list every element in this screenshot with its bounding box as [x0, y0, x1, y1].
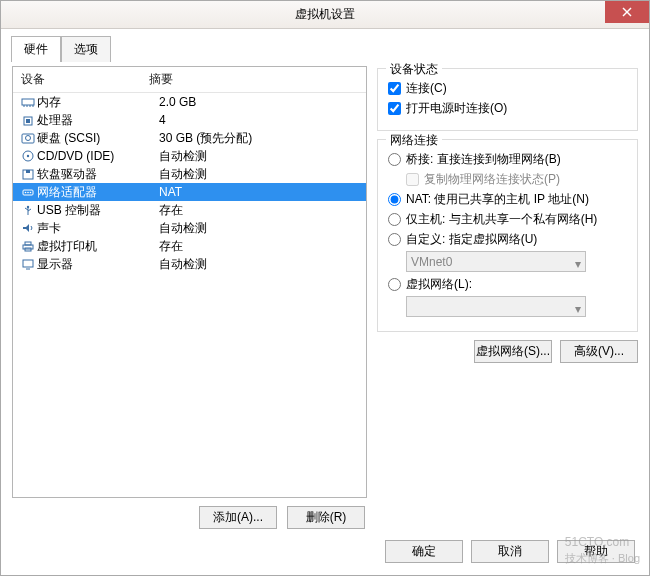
device-status-legend: 设备状态 — [386, 61, 442, 78]
hostonly-label: 仅主机: 与主机共享一个私有网络(H) — [406, 211, 597, 228]
svg-point-17 — [27, 192, 29, 194]
cd-icon — [19, 150, 37, 162]
hostonly-input[interactable] — [388, 213, 401, 226]
device-list[interactable]: 设备 摘要 内存2.0 GB处理器4硬盘 (SCSI)30 GB (预先分配)C… — [12, 66, 367, 498]
device-row-sound[interactable]: 声卡自动检测 — [13, 219, 366, 237]
poweron-input[interactable] — [388, 102, 401, 115]
device-summary: NAT — [159, 185, 182, 199]
lanseg-dropdown: ▾ — [406, 296, 586, 317]
custom-label: 自定义: 指定虚拟网络(U) — [406, 231, 537, 248]
hostonly-radio[interactable]: 仅主机: 与主机共享一个私有网络(H) — [388, 211, 627, 228]
device-summary: 自动检测 — [159, 220, 207, 237]
connected-label: 连接(C) — [406, 80, 447, 97]
nat-radio[interactable]: NAT: 使用已共享的主机 IP 地址(N) — [388, 191, 627, 208]
device-name: CD/DVD (IDE) — [37, 149, 159, 163]
device-name: 软盘驱动器 — [37, 166, 159, 183]
custom-radio[interactable]: 自定义: 指定虚拟网络(U) — [388, 231, 627, 248]
device-row-net[interactable]: 网络适配器NAT — [13, 183, 366, 201]
device-list-header: 设备 摘要 — [13, 67, 366, 93]
header-summary: 摘要 — [149, 71, 173, 88]
device-name: 内存 — [37, 94, 159, 111]
cpu-icon — [19, 114, 37, 126]
display-icon — [19, 258, 37, 270]
svg-rect-24 — [25, 242, 31, 245]
close-button[interactable] — [605, 1, 649, 23]
device-summary: 存在 — [159, 202, 183, 219]
usb-icon — [19, 204, 37, 216]
lan-segments-button[interactable]: 虚拟网络(S)... — [474, 340, 552, 363]
window-title: 虚拟机设置 — [295, 6, 355, 23]
lanseg-input[interactable] — [388, 278, 401, 291]
cancel-button[interactable]: 取消 — [471, 540, 549, 563]
device-summary: 自动检测 — [159, 148, 207, 165]
svg-point-12 — [27, 155, 29, 157]
device-summary: 2.0 GB — [159, 95, 196, 109]
network-connection-group: 网络连接 桥接: 直接连接到物理网络(B) 复制物理网络连接状态(P) NAT:… — [377, 139, 638, 332]
device-summary: 存在 — [159, 238, 183, 255]
device-rows: 内存2.0 GB处理器4硬盘 (SCSI)30 GB (预先分配)CD/DVD … — [13, 93, 366, 497]
svg-rect-26 — [23, 260, 33, 267]
floppy-icon — [19, 168, 37, 180]
device-row-hdd[interactable]: 硬盘 (SCSI)30 GB (预先分配) — [13, 129, 366, 147]
device-row-usb[interactable]: USB 控制器存在 — [13, 201, 366, 219]
device-name: 网络适配器 — [37, 184, 159, 201]
poweron-checkbox[interactable]: 打开电源时连接(O) — [388, 100, 627, 117]
custom-network-dropdown: VMnet0 ▾ — [406, 251, 586, 272]
help-button[interactable]: 帮助 — [557, 540, 635, 563]
bridge-radio[interactable]: 桥接: 直接连接到物理网络(B) — [388, 151, 627, 168]
ok-button[interactable]: 确定 — [385, 540, 463, 563]
device-name: 虚拟打印机 — [37, 238, 159, 255]
dialog-buttons: 确定 取消 帮助 — [11, 532, 639, 565]
svg-point-10 — [26, 136, 31, 141]
bridge-label: 桥接: 直接连接到物理网络(B) — [406, 151, 561, 168]
network-legend: 网络连接 — [386, 132, 442, 149]
device-name: 硬盘 (SCSI) — [37, 130, 159, 147]
memory-icon — [19, 96, 37, 108]
nat-label: NAT: 使用已共享的主机 IP 地址(N) — [406, 191, 589, 208]
device-summary: 4 — [159, 113, 166, 127]
content-area: 硬件 选项 设备 摘要 内存2.0 GB处理器4硬盘 (SCSI)30 GB (… — [1, 29, 649, 575]
left-panel: 设备 摘要 内存2.0 GB处理器4硬盘 (SCSI)30 GB (预先分配)C… — [12, 66, 367, 531]
replicate-input — [406, 173, 419, 186]
bridge-input[interactable] — [388, 153, 401, 166]
header-device: 设备 — [21, 71, 149, 88]
device-row-floppy[interactable]: 软盘驱动器自动检测 — [13, 165, 366, 183]
custom-network-value: VMnet0 — [411, 255, 452, 269]
tab-strip: 硬件 选项 — [11, 35, 639, 61]
hdd-icon — [19, 132, 37, 144]
title-bar: 虚拟机设置 — [1, 1, 649, 29]
advanced-button[interactable]: 高级(V)... — [560, 340, 638, 363]
device-row-display[interactable]: 显示器自动检测 — [13, 255, 366, 273]
custom-input[interactable] — [388, 233, 401, 246]
connected-checkbox[interactable]: 连接(C) — [388, 80, 627, 97]
right-panel-buttons: 虚拟网络(S)... 高级(V)... — [377, 340, 638, 363]
add-button[interactable]: 添加(A)... — [199, 506, 277, 529]
tab-options[interactable]: 选项 — [61, 36, 111, 62]
chevron-down-icon: ▾ — [575, 302, 581, 316]
lanseg-radio[interactable]: 虚拟网络(L): — [388, 276, 627, 293]
svg-point-16 — [25, 192, 27, 194]
nat-input[interactable] — [388, 193, 401, 206]
sound-icon — [19, 222, 37, 234]
device-name: USB 控制器 — [37, 202, 159, 219]
svg-rect-2 — [22, 99, 34, 105]
device-name: 声卡 — [37, 220, 159, 237]
main-area: 设备 摘要 内存2.0 GB处理器4硬盘 (SCSI)30 GB (预先分配)C… — [11, 61, 639, 532]
device-status-group: 设备状态 连接(C) 打开电源时连接(O) — [377, 68, 638, 131]
vm-settings-window: 虚拟机设置 硬件 选项 设备 摘要 内存2.0 GB处理器4硬盘 (SCSI)3… — [0, 0, 650, 576]
device-row-cd[interactable]: CD/DVD (IDE)自动检测 — [13, 147, 366, 165]
connected-input[interactable] — [388, 82, 401, 95]
device-row-memory[interactable]: 内存2.0 GB — [13, 93, 366, 111]
remove-button[interactable]: 删除(R) — [287, 506, 365, 529]
device-row-printer[interactable]: 虚拟打印机存在 — [13, 237, 366, 255]
device-name: 处理器 — [37, 112, 159, 129]
left-buttons: 添加(A)... 删除(R) — [12, 498, 367, 531]
device-summary: 自动检测 — [159, 166, 207, 183]
svg-point-18 — [30, 192, 32, 194]
device-summary: 自动检测 — [159, 256, 207, 273]
device-summary: 30 GB (预先分配) — [159, 130, 252, 147]
tab-hardware[interactable]: 硬件 — [11, 36, 61, 62]
poweron-label: 打开电源时连接(O) — [406, 100, 507, 117]
device-row-cpu[interactable]: 处理器4 — [13, 111, 366, 129]
svg-rect-14 — [26, 170, 30, 173]
